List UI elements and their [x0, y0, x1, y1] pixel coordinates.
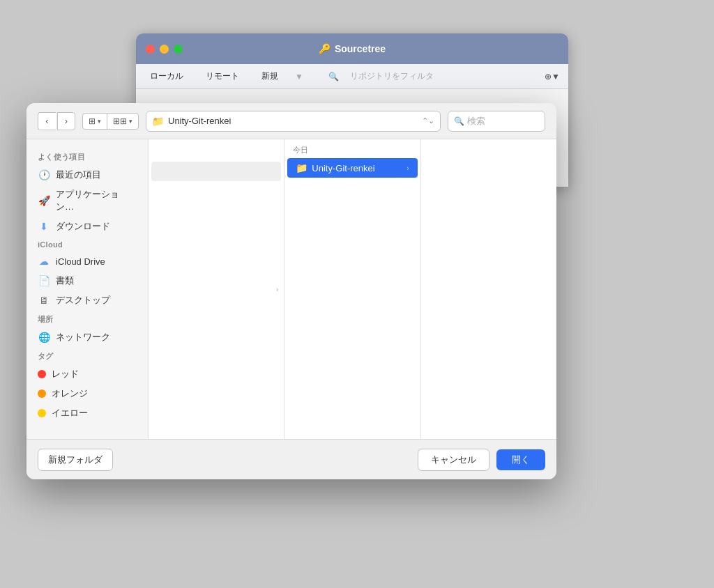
sidebar-item-recents[interactable]: 🕐 最近の項目 — [26, 165, 148, 185]
tab-new[interactable]: 新規 — [256, 68, 284, 85]
folder-item-icon: 📁 — [296, 162, 307, 173]
view-mode-buttons: ⊞ ▾ ⊞⊞ ▾ — [82, 113, 139, 130]
selected-folder-name: Unity-Git-renkei — [312, 163, 402, 173]
applications-icon: 🚀 — [38, 194, 50, 207]
grid-view-chevron: ▾ — [129, 118, 132, 125]
sidebar-item-downloads[interactable]: ⬇ ダウンロード — [26, 217, 148, 236]
desktop-label: デスクトップ — [56, 294, 110, 307]
dialog-body: よく使う項目 🕐 最近の項目 🚀 アプリケーション… ⬇ ダウンロード iClo… — [26, 139, 556, 439]
sidebar: よく使う項目 🕐 最近の項目 🚀 アプリケーション… ⬇ ダウンロード iClo… — [26, 139, 149, 439]
favorites-label: よく使う項目 — [26, 148, 148, 165]
recents-icon: 🕐 — [38, 169, 50, 181]
network-icon: 🌐 — [38, 331, 50, 343]
grid-view-button[interactable]: ⊞⊞ ▾ — [107, 114, 138, 129]
minimize-dot[interactable] — [160, 45, 169, 54]
sidebar-item-network[interactable]: 🌐 ネットワーク — [26, 327, 148, 347]
current-folder-panel: 今日 📁 Unity-Git-renkei › — [284, 139, 420, 439]
location-text: Unity-Git-renkei — [168, 116, 418, 126]
location-stepper[interactable]: ⌃⌄ — [422, 116, 434, 125]
search-icon: 🔍 — [454, 116, 464, 126]
documents-icon: 📄 — [38, 274, 50, 287]
folder-chevron-icon: › — [407, 164, 409, 172]
new-folder-button[interactable]: 新規フォルダ — [38, 449, 113, 471]
icloud-label: iCloud — [26, 236, 148, 252]
sourcetree-tabs: ローカル リモート 新規 ▼ 🔍 リポジトリをフィルタ ⊕▼ — [136, 64, 568, 89]
downloads-label: ダウンロード — [56, 220, 110, 233]
yellow-tag-label: イエロー — [52, 407, 88, 419]
cancel-button[interactable]: キャンセル — [418, 449, 489, 471]
network-label: ネットワーク — [56, 331, 110, 343]
red-tag-label: レッド — [52, 368, 79, 380]
sidebar-item-tag-yellow[interactable]: イエロー — [26, 403, 148, 423]
tab-remote[interactable]: リモート — [200, 68, 245, 85]
search-placeholder: 検索 — [467, 115, 485, 127]
sidebar-item-tag-orange[interactable]: オレンジ — [26, 384, 148, 403]
tab-local[interactable]: ローカル — [144, 68, 189, 85]
dialog-toolbar: ‹ › ⊞ ▾ ⊞⊞ ▾ 📁 Unity-Git-renkei ⌃⌄ 🔍 検索 — [26, 103, 556, 139]
places-label: 場所 — [26, 310, 148, 327]
column-view-icon: ⊞ — [89, 116, 96, 126]
fullscreen-dot[interactable] — [174, 45, 183, 54]
orange-tag-label: オレンジ — [52, 387, 88, 400]
grid-view-icon: ⊞⊞ — [113, 116, 127, 126]
folder-icon: 📁 — [152, 116, 164, 127]
applications-label: アプリケーション… — [56, 188, 137, 213]
parent-folder-item[interactable]: › — [151, 162, 281, 181]
desktop-icon: 🖥 — [38, 294, 50, 307]
sourcetree-title: 🔑 Sourcetree — [319, 43, 386, 54]
forward-button[interactable]: › — [57, 112, 75, 130]
today-label: 今日 — [284, 139, 420, 158]
downloads-icon: ⬇ — [38, 220, 50, 233]
red-tag-dot — [38, 370, 46, 378]
orange-tag-dot — [38, 389, 46, 398]
traffic-lights — [146, 45, 183, 54]
sidebar-item-documents[interactable]: 📄 書類 — [26, 271, 148, 291]
parent-folder-panel: › — [149, 139, 284, 439]
sourcetree-titlebar: 🔑 Sourcetree — [136, 33, 568, 64]
back-button[interactable]: ‹ — [38, 112, 56, 130]
sidebar-item-tag-red[interactable]: レッド — [26, 364, 148, 384]
inner-folder-panel — [421, 139, 556, 439]
column-view-button[interactable]: ⊞ ▾ — [83, 114, 107, 129]
icloud-drive-icon: ☁ — [38, 255, 50, 268]
selected-folder-item[interactable]: 📁 Unity-Git-renkei › — [287, 158, 417, 178]
tags-label: タグ — [26, 347, 148, 364]
sidebar-item-icloud-drive[interactable]: ☁ iCloud Drive — [26, 252, 148, 271]
location-bar[interactable]: 📁 Unity-Git-renkei ⌃⌄ — [146, 111, 441, 132]
dialog-footer: 新規フォルダ キャンセル 開く — [26, 439, 556, 479]
search-bar[interactable]: 🔍 検索 — [448, 111, 545, 132]
yellow-tag-dot — [38, 409, 46, 417]
open-button[interactable]: 開く — [496, 449, 545, 470]
filter-placeholder: リポジトリをフィルタ — [350, 70, 434, 82]
recents-label: 最近の項目 — [56, 169, 101, 181]
sourcetree-logo-icon: 🔑 — [319, 43, 331, 54]
icloud-drive-label: iCloud Drive — [56, 256, 105, 267]
column-view-chevron: ▾ — [98, 118, 101, 125]
documents-label: 書類 — [56, 274, 74, 287]
parent-arrow-icon: › — [276, 286, 278, 293]
file-chooser-dialog: ‹ › ⊞ ▾ ⊞⊞ ▾ 📁 Unity-Git-renkei ⌃⌄ 🔍 検索 … — [26, 103, 556, 479]
sidebar-item-desktop[interactable]: 🖥 デスクトップ — [26, 291, 148, 310]
nav-buttons: ‹ › — [38, 112, 75, 130]
sidebar-item-applications[interactable]: 🚀 アプリケーション… — [26, 185, 148, 217]
file-panels: › 今日 📁 Unity-Git-renkei › — [149, 139, 556, 439]
close-dot[interactable] — [146, 45, 155, 54]
